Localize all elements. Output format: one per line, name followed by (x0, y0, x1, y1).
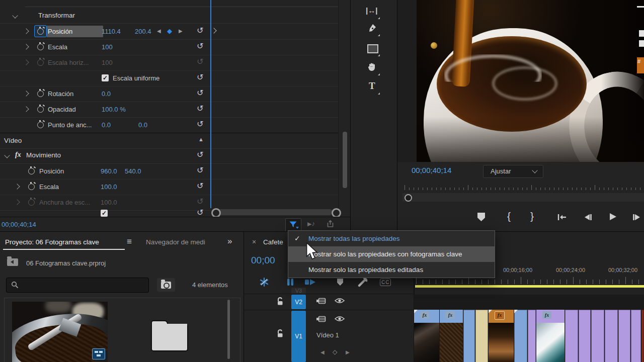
prev-keyframe-icon[interactable]: ◀ (157, 28, 161, 34)
reset-effect-icon[interactable]: ↺ (197, 182, 203, 190)
timeline-clip[interactable]: fx (536, 310, 565, 362)
mark-in-button[interactable]: { (504, 210, 517, 225)
export-frame-button[interactable] (326, 220, 335, 229)
timeline-clip[interactable] (591, 310, 604, 362)
reset-effect-icon[interactable]: ↺ (197, 209, 203, 217)
stopwatch-icon[interactable] (37, 28, 44, 35)
timeline-clip[interactable] (565, 310, 578, 362)
step-forward-button[interactable] (631, 210, 644, 225)
close-tab-icon[interactable]: × (252, 238, 256, 246)
step-back-button[interactable] (583, 210, 596, 225)
property-value[interactable]: 100 (102, 59, 113, 66)
property-label[interactable]: Escala (48, 43, 67, 51)
expand-chevron-icon[interactable] (23, 59, 29, 65)
expand-chevron-icon[interactable] (23, 44, 29, 49)
checkbox-label[interactable]: Escala uniforme (113, 74, 159, 82)
property-value[interactable]: 0.0 (102, 90, 111, 98)
next-keyframe-icon[interactable]: ▶ (179, 28, 183, 34)
timeline-clip[interactable] (605, 310, 618, 362)
timeline-clip[interactable]: fx (414, 310, 439, 362)
zoom-scrollbar-track[interactable] (218, 209, 333, 215)
search-input[interactable] (6, 278, 149, 293)
reset-effect-icon[interactable]: ↺ (197, 151, 203, 159)
timeline-clip[interactable] (463, 310, 475, 362)
reset-effect-icon[interactable]: ↺ (197, 105, 203, 113)
property-value[interactable]: 200.4 (135, 28, 151, 35)
track-output-icon[interactable] (316, 298, 326, 306)
filter-properties-button[interactable] (285, 218, 301, 231)
property-label[interactable]: Escala horiz... (48, 59, 89, 66)
nest-sequences-button[interactable] (259, 276, 273, 289)
reset-effect-icon[interactable]: ↺ (197, 42, 203, 50)
bin-up-icon[interactable] (7, 258, 18, 266)
eye-icon[interactable] (335, 316, 345, 323)
property-label[interactable]: Rotación (48, 90, 73, 98)
track-output-icon[interactable] (316, 316, 326, 324)
reset-effect-icon[interactable]: ↺ (197, 73, 203, 81)
prev-keyframe-icon[interactable]: ◀ (320, 349, 325, 355)
chevron-down-icon[interactable] (12, 13, 18, 18)
panel-overflow-chevron[interactable]: » (227, 236, 232, 246)
timeline-clip[interactable]: fx (440, 310, 463, 362)
timeline-clip[interactable] (579, 310, 591, 362)
stopwatch-icon[interactable] (28, 184, 35, 190)
tab-media-browser[interactable]: Navegador de medi (146, 238, 212, 246)
property-label[interactable]: Punto de anc... (48, 121, 92, 129)
expand-chevron-icon[interactable] (23, 28, 29, 34)
type-tool[interactable]: T (365, 80, 382, 96)
search-field[interactable] (22, 279, 144, 291)
effect-controls-timecode[interactable]: 00;00;40;14 (2, 221, 36, 228)
go-to-in-button[interactable] (556, 210, 570, 225)
reset-effect-icon[interactable]: ↺ (197, 58, 203, 66)
stopwatch-icon[interactable] (28, 199, 35, 206)
timeline-clip[interactable] (475, 310, 488, 362)
stopwatch-icon[interactable] (37, 90, 44, 97)
property-value[interactable]: 0.0 (102, 121, 111, 129)
property-value[interactable]: 960.0 (101, 167, 117, 175)
property-label[interactable]: Escala (39, 183, 59, 191)
track-target-v3[interactable]: V3 (291, 288, 306, 294)
lock-icon[interactable] (276, 329, 284, 339)
timeline-clip[interactable] (641, 310, 644, 362)
expand-chevron-icon[interactable] (23, 90, 29, 96)
tab-sequence[interactable]: Cafete (263, 238, 285, 246)
property-value[interactable]: 100.0 % (102, 106, 126, 113)
stopwatch-icon[interactable] (37, 106, 44, 113)
track-name[interactable]: Vídeo 1 (316, 331, 339, 339)
timeline-timecode[interactable]: 00;00 (251, 255, 275, 266)
chevron-down-icon[interactable] (4, 152, 10, 158)
lock-icon[interactable] (276, 297, 284, 307)
property-value[interactable]: 100.0 (101, 199, 117, 206)
keyframe-diamond-icon[interactable]: ◆ (167, 27, 172, 35)
add-keyframe-icon[interactable]: ◇ (333, 348, 337, 355)
effect-group-label[interactable]: Transformar (38, 12, 75, 19)
program-monitor-video[interactable]: # (417, 0, 644, 162)
timeline-clip[interactable] (631, 310, 641, 362)
search-bin-button[interactable] (157, 278, 175, 292)
section-label[interactable]: Vídeo (4, 137, 22, 144)
program-timecode[interactable]: 00;00;40;14 (412, 166, 451, 174)
next-keyframe-icon[interactable]: ▶ (346, 349, 350, 355)
track-target-v1[interactable]: V1 (291, 311, 306, 362)
property-value[interactable]: 1110.4 (102, 28, 121, 35)
timeline-clip[interactable] (618, 310, 630, 362)
property-label[interactable]: Anchura de esc... (39, 199, 90, 206)
monitor-time-ruler[interactable] (404, 183, 644, 192)
expand-chevron-icon[interactable] (14, 199, 20, 205)
hand-tool[interactable] (365, 61, 382, 76)
track-v2-content[interactable] (414, 295, 644, 310)
reset-effect-icon[interactable]: ↺ (197, 166, 203, 174)
checkbox[interactable]: ✓ (102, 74, 109, 81)
add-marker-button[interactable] (476, 210, 489, 225)
monitor-scrub-bar[interactable] (403, 193, 644, 202)
property-value[interactable]: 100.0 (101, 183, 117, 191)
property-label[interactable]: Opacidad (48, 106, 76, 113)
timeline-clip[interactable] (528, 310, 536, 362)
rectangle-tool[interactable] (365, 42, 382, 57)
property-value[interactable]: 100 (102, 43, 113, 51)
breadcrumb[interactable]: 06 Fotogramas clave.prproj (26, 259, 106, 267)
stopwatch-icon[interactable] (28, 168, 35, 174)
effect-name-label[interactable]: Movimiento (26, 151, 61, 159)
project-item-sequence-thumbnail[interactable] (12, 302, 108, 362)
vertical-scrollbar[interactable] (343, 132, 347, 188)
